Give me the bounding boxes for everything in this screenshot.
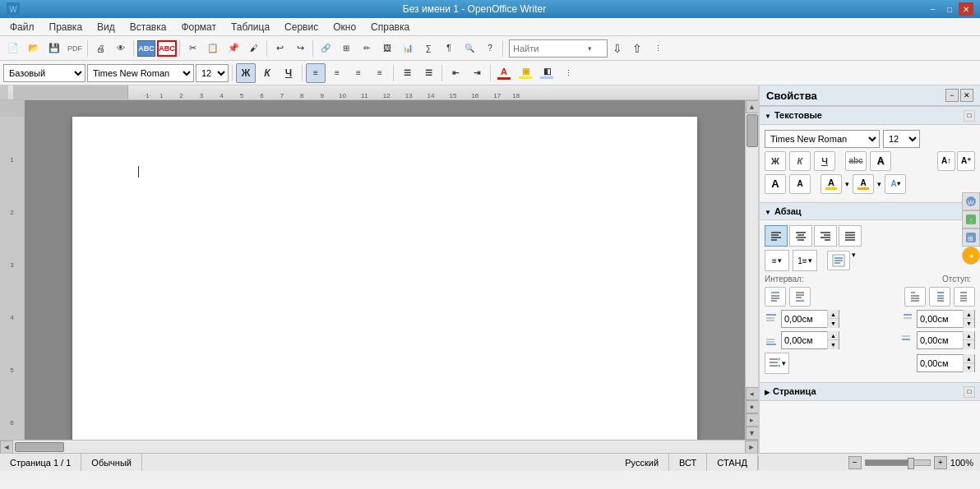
align-left-panel[interactable] [765, 225, 788, 247]
page-status[interactable]: Страница 1 / 1 [0, 454, 81, 471]
menu-view[interactable]: Вид [90, 20, 122, 35]
maximize-button[interactable]: □ [942, 2, 957, 16]
spacing-above-btn[interactable] [765, 287, 786, 307]
menu-window[interactable]: Окно [326, 20, 363, 35]
zoom-in-button[interactable]: + [934, 456, 947, 469]
paragraph-style-btn[interactable] [827, 251, 850, 270]
linespacing-up[interactable]: ▲ [963, 354, 974, 363]
new-button[interactable]: 📄 [3, 39, 23, 58]
format-paint-button[interactable]: 🖌 [244, 39, 264, 58]
spacing-below-down[interactable]: ▼ [827, 340, 839, 349]
text-section-header[interactable]: Текстовые □ [760, 106, 980, 125]
insert-image-button[interactable]: 🖼 [377, 39, 397, 58]
side-icon-3[interactable]: ⊞ [962, 228, 980, 247]
menu-tools[interactable]: Сервис [278, 20, 325, 35]
side-icon-4[interactable]: ✦ [962, 247, 980, 265]
search-input[interactable] [513, 44, 587, 53]
page-section-expand[interactable]: □ [964, 386, 975, 398]
redo-button[interactable]: ↪ [290, 39, 310, 58]
scroll-prev-page[interactable]: ◂ [746, 387, 759, 400]
font-size-select[interactable]: 12 [196, 64, 229, 82]
print-button[interactable]: 🖨 [90, 39, 110, 58]
zoom-slider-thumb[interactable] [908, 458, 914, 469]
spacing-below-input[interactable]: 0,00см ▲ ▼ [781, 331, 839, 349]
font-name-select[interactable]: Times New Roman [87, 64, 194, 82]
show-draw-button[interactable]: ✏ [357, 39, 377, 58]
horizontal-scrollbar[interactable]: ◄ ► [0, 440, 758, 453]
menu-insert[interactable]: Вставка [123, 20, 173, 35]
panel-italic-button[interactable]: К [789, 151, 811, 171]
indent-first-btn[interactable] [904, 287, 926, 307]
menu-edit[interactable]: Правка [43, 20, 90, 35]
find-prev-button[interactable]: ⇧ [627, 39, 647, 58]
justify-button[interactable]: ≡ [370, 63, 390, 83]
find-button[interactable]: 🔍 [460, 39, 479, 58]
spacing-below-up[interactable]: ▲ [827, 331, 839, 340]
search-dropdown-arrow[interactable] [587, 44, 592, 53]
indent-left-field[interactable]: 0,00см [918, 311, 963, 327]
font-color-button[interactable]: А [494, 63, 514, 83]
spacing-below-btn[interactable] [789, 287, 811, 307]
fmt-more-button[interactable]: ⋮ [558, 63, 578, 83]
justify-panel[interactable] [839, 225, 862, 247]
panel-size-select[interactable]: 12 [883, 130, 920, 148]
linespacing-down[interactable]: ▼ [963, 363, 974, 372]
indent-left-input[interactable]: 0,00см ▲ ▼ [917, 310, 975, 328]
line-spacing-btn[interactable]: ▾ [765, 353, 789, 374]
document-canvas[interactable] [25, 100, 745, 440]
panel-highlight2[interactable]: А [853, 174, 874, 194]
side-icon-1[interactable]: W [962, 192, 980, 210]
indent-right-input[interactable]: 0,00см ▲ ▼ [917, 331, 975, 349]
style-status[interactable]: Обычный [81, 454, 142, 471]
panel-bold-button[interactable]: Ж [765, 151, 786, 171]
panel-effects-btn[interactable]: А▾ [885, 174, 906, 194]
scroll-track-h[interactable] [13, 441, 745, 453]
side-icon-2[interactable]: ⋮ [962, 210, 980, 228]
scroll-page-selector[interactable]: ● [746, 400, 759, 413]
panel-extra-btn1[interactable]: А↑ [937, 151, 955, 171]
para-style-dropdown[interactable]: ▾ [852, 251, 856, 270]
scroll-track-v[interactable] [746, 113, 758, 387]
indent-left-btn[interactable] [929, 287, 950, 307]
linespacing-input[interactable]: 0,00см ▲ ▼ [917, 354, 975, 372]
indent-right-down[interactable]: ▼ [963, 340, 974, 349]
panel-underline-button[interactable]: Ч [814, 151, 835, 171]
panel-strikethrough-button[interactable]: abc [845, 151, 867, 171]
minimize-button[interactable]: − [926, 2, 941, 16]
spacing-above-up[interactable]: ▲ [827, 310, 839, 319]
spacing-above-field[interactable]: 0,00см [782, 311, 827, 327]
para-section-header[interactable]: Абзац □ [760, 202, 980, 221]
insert-mode-status[interactable]: ВСТ [669, 454, 707, 471]
panel-size-large[interactable]: A [765, 174, 786, 194]
close-button[interactable]: ✕ [959, 2, 973, 16]
insert-formula-button[interactable]: ∑ [418, 39, 438, 58]
unordered-list-button[interactable]: ☰ [397, 63, 417, 83]
indent-decrease-button[interactable]: ⇤ [446, 63, 465, 83]
background-color-button[interactable]: ◧ [537, 63, 557, 83]
align-right-button[interactable]: ≡ [349, 63, 368, 83]
spacing-above-spinner[interactable]: ▲ ▼ [827, 310, 839, 328]
panel-extra-btn2[interactable]: А⁺ [957, 151, 975, 171]
autocorrect-button[interactable]: ABC [157, 39, 177, 58]
linespacing-field[interactable]: 0,00см [918, 355, 963, 371]
indent-increase-button[interactable]: ⇥ [467, 63, 487, 83]
panel-collapse-button[interactable]: − [945, 89, 959, 102]
view-mode-status[interactable]: СТАНД [707, 454, 758, 471]
menu-format[interactable]: Формат [174, 20, 223, 35]
paragraph-style-select[interactable]: Базовый [3, 64, 86, 82]
fieldname-button[interactable]: ¶ [439, 39, 459, 58]
indent-left-up[interactable]: ▲ [963, 310, 974, 319]
scroll-up-button[interactable]: ▲ [746, 100, 759, 113]
menu-table[interactable]: Таблица [224, 20, 276, 35]
spellcheck-button[interactable]: ABC [136, 39, 156, 58]
language-status[interactable]: Русский [615, 454, 669, 471]
menu-help[interactable]: Справка [364, 20, 416, 35]
indent-left-spinner[interactable]: ▲ ▼ [963, 310, 974, 328]
indent-right-up[interactable]: ▲ [963, 331, 974, 340]
indent-right-field[interactable]: 0,00см [918, 332, 963, 348]
align-center-button[interactable]: ≡ [327, 63, 347, 83]
open-button[interactable]: 📂 [24, 39, 44, 58]
panel-font-select[interactable]: Times New Roman [765, 130, 880, 148]
ordered-list-panel[interactable]: 1≡▾ [793, 250, 817, 271]
align-center-panel[interactable] [789, 225, 812, 247]
